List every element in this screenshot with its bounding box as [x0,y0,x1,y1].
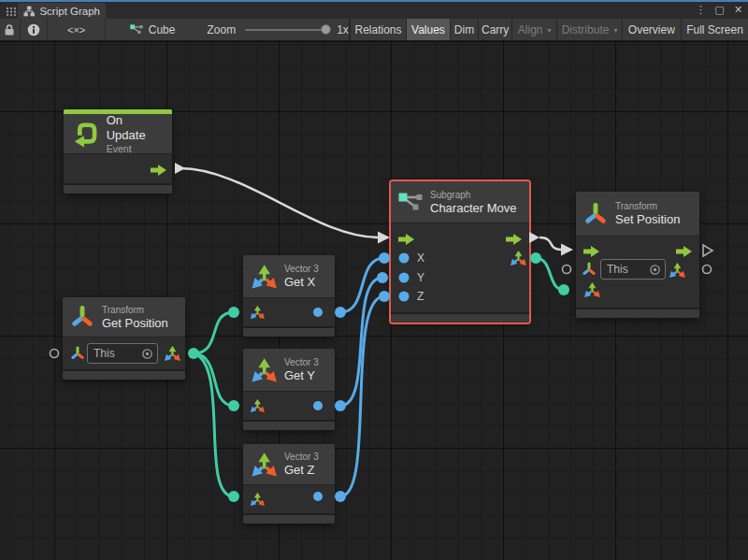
align-button[interactable]: Align ▾ [511,19,556,40]
vector3-icon [510,250,526,266]
tab-script-graph[interactable]: Script Graph [18,3,106,19]
node-category: Transform [102,304,168,316]
node-character-move[interactable]: Subgraph Character Move X Y Z [391,181,529,323]
distribute-button[interactable]: Distribute ▾ [556,19,621,40]
relations-button[interactable]: Relations [350,19,406,40]
vector3-icon [250,398,265,413]
node-header: Vector 3 Get X [243,255,335,297]
vector3-icon [251,357,277,383]
zoom-slider[interactable] [245,29,329,31]
vector3-input-port[interactable] [250,398,265,417]
flow-arrow-icon [676,246,692,257]
code-icon: <×> [67,24,85,36]
dim-button[interactable]: Dim [450,19,479,40]
info-button[interactable] [21,19,49,40]
node-header: Transform Get Position [63,297,185,337]
wire-getx-charactermove[interactable] [340,258,384,312]
unconnected-port-setposition-this[interactable] [563,266,571,274]
unconnected-port-setposition-value-out[interactable] [703,266,712,274]
graph-toolbar: <×> Cube Zoom 1x Relations Values Dim Ca… [0,19,748,41]
node-footer [64,183,172,194]
graph-icon [23,6,35,17]
graph-canvas[interactable]: On Update Event Transform Get Position T… [0,41,748,560]
node-get-y[interactable]: Vector 3 Get Y [243,349,335,430]
node-on-update[interactable]: On Update Event [64,109,172,194]
wire-getposition-getz[interactable] [194,353,234,496]
input-label-y: Y [417,271,424,284]
full-screen-button[interactable]: Full Screen [681,19,748,40]
node-get-x[interactable]: Vector 3 Get X [243,255,335,337]
wire-charactermove-setposition-vector[interactable] [536,258,564,290]
vector3-icon [583,281,600,298]
node-get-z[interactable]: Vector 3 Get Z [243,444,335,524]
transform-input-port[interactable] [582,262,597,280]
node-footer [391,312,529,323]
node-category: Vector 3 [284,263,319,275]
wire-getz-charactermove[interactable] [340,296,384,496]
vector3-input-port[interactable] [250,492,265,510]
node-footer [243,326,335,337]
node-footer [63,369,185,380]
flow-output-port[interactable] [506,232,522,249]
wire-flow-onupdate-charactermove[interactable] [180,168,378,237]
flow-arrow-icon [151,165,166,176]
node-get-position[interactable]: Transform Get Position This [63,297,185,380]
node-footer [243,420,335,430]
node-set-position[interactable]: Transform Set Position This [576,192,699,318]
vector3-icon [250,492,265,507]
graph-pointer-icon [130,24,143,35]
unconnected-port-getposition-this[interactable] [50,350,59,358]
target-object-label[interactable]: Cube [149,23,176,36]
flow-wire-end-arrow [378,232,390,244]
transform-icon [70,305,94,329]
info-icon [27,23,40,36]
wire-flow-charactermove-setposition[interactable] [539,237,561,250]
values-button[interactable]: Values [406,19,450,40]
flow-arrow-icon [506,234,522,245]
edit-source-button[interactable]: <×> [48,19,105,40]
carry-button[interactable]: Carry [478,19,511,40]
vector3-output-port[interactable] [669,262,685,282]
node-title: Set Position [615,212,680,227]
input-label-z: Z [417,290,424,303]
node-category: Transform [615,200,680,212]
wire-gety-charactermove[interactable] [340,278,382,406]
lock-button[interactable] [0,19,21,40]
zoom-label: Zoom [207,23,236,36]
node-title: Get Y [284,368,319,383]
vector3-input-port[interactable] [250,305,265,323]
transform-icon [583,202,608,226]
object-picker-icon[interactable] [141,348,153,360]
maximize-button[interactable]: ▢ [712,3,726,17]
title-bar: Script Graph ⋮ ▢ ✕ [0,0,748,19]
wire-getposition-getx[interactable] [194,312,234,353]
transform-input-port[interactable] [70,346,85,365]
flow-output-port[interactable] [676,244,692,261]
vector3-output-port[interactable] [510,250,526,270]
node-category: Vector 3 [284,451,319,463]
object-picker-icon[interactable] [649,264,661,276]
unconnected-port-setposition-flow-out[interactable] [703,245,712,256]
close-button[interactable]: ✕ [731,3,745,17]
vector3-icon [251,264,277,290]
input-label-x: X [417,251,424,265]
zoom-slider-knob[interactable] [321,24,331,35]
wire-getposition-gety[interactable] [194,353,234,406]
this-object-field[interactable]: This [600,259,666,280]
this-object-field[interactable]: This [87,343,158,364]
chevron-down-icon: ▾ [613,26,617,35]
flow-arrow-icon [583,246,599,257]
flow-arrow-icon [398,234,414,245]
transform-icon [582,262,597,277]
flow-input-port[interactable] [398,232,414,249]
window-menu-button[interactable]: ⋮ [694,3,708,17]
overview-button[interactable]: Overview [622,19,681,40]
flow-input-port[interactable] [583,244,599,261]
vector3-icon [251,452,277,478]
flow-output-port[interactable] [151,163,166,179]
vector3-icon [250,305,265,320]
vector3-input-port[interactable] [583,281,600,302]
node-title: Get X [284,275,319,290]
vector3-output-port[interactable] [164,345,180,366]
flow-wire-start-arrow [529,232,539,243]
